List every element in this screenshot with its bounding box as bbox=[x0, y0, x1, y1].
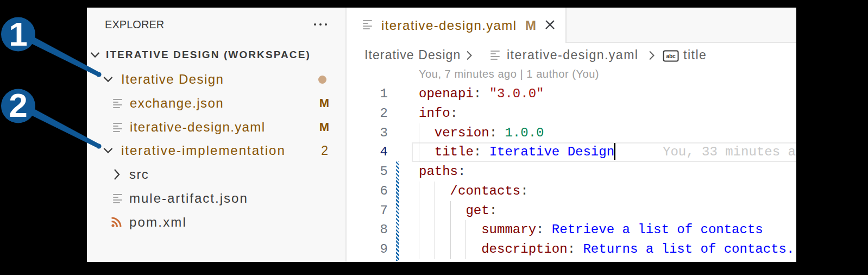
svg-text:2: 2 bbox=[9, 86, 27, 124]
svg-text:abc: abc bbox=[666, 53, 676, 59]
svg-text:1: 1 bbox=[9, 15, 27, 53]
